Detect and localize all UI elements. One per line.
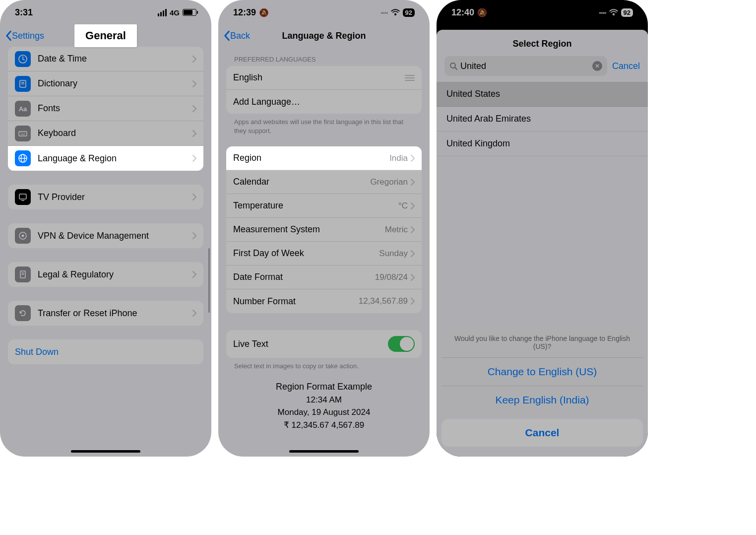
result-united-states[interactable]: United States [437, 82, 648, 107]
row-value: India [389, 153, 408, 163]
back-button[interactable]: Back [223, 30, 250, 41]
row-legal[interactable]: Legal & Regulatory [8, 262, 203, 287]
back-label: Back [230, 31, 250, 41]
row-label: Fonts [38, 103, 192, 114]
row-region[interactable]: RegionIndia [226, 146, 422, 170]
battery-badge: 92 [403, 8, 415, 17]
row-temperature[interactable]: Temperature°C [226, 194, 422, 218]
chevron-right-icon [411, 298, 415, 305]
tv-provider-icon [15, 189, 31, 205]
settings-list-4: Legal & Regulatory [8, 262, 203, 287]
page-title: General [74, 24, 137, 47]
shutdown-list: Shut Down [8, 339, 203, 364]
back-label: Settings [12, 31, 44, 41]
example-time: 12:34 AM [218, 394, 430, 406]
status-right: •••• 92 [599, 8, 633, 17]
row-calendar[interactable]: CalendarGregorian [226, 170, 422, 194]
status-bar: 12:40 🔕 •••• 92 [437, 0, 648, 25]
row-fonts[interactable]: AaFonts [8, 96, 203, 121]
chevron-right-icon [411, 226, 415, 233]
action-sheet-cancel-button[interactable]: Cancel [441, 419, 643, 447]
row-number-format[interactable]: Number Format12,34,567.89 [226, 289, 422, 313]
chevron-right-icon [192, 155, 196, 162]
row-label: TV Provider [38, 192, 192, 202]
nav-bar: Back Language & Region [218, 25, 430, 47]
example-nums: ₹ 12,345.67 4,567.89 [218, 419, 430, 432]
keep-language-button[interactable]: Keep English (India) [441, 386, 643, 414]
dynamic-island-dots: •••• [599, 9, 606, 16]
settings-list-1: Date & TimeDictionaryAaFontsKeyboardLang… [8, 47, 203, 171]
date-time-icon [15, 51, 31, 67]
language-row[interactable]: English [226, 66, 422, 90]
result-uae[interactable]: United Arab Emirates [437, 107, 648, 132]
row-value: °C [398, 201, 408, 211]
live-text-toggle[interactable] [388, 336, 415, 352]
region-format-example: Region Format Example 12:34 AM Monday, 1… [218, 371, 430, 432]
chevron-right-icon [192, 232, 196, 239]
back-button[interactable]: Settings [5, 30, 44, 41]
result-uk[interactable]: United Kingdom [437, 132, 648, 156]
row-first-day[interactable]: First Day of WeekSunday [226, 242, 422, 266]
language-change-action-sheet: Would you like to change the iPhone lang… [441, 328, 643, 447]
silent-icon: 🔕 [259, 8, 269, 17]
change-language-button[interactable]: Change to English (US) [441, 358, 643, 386]
example-date: Monday, 19 August 2024 [218, 406, 430, 419]
search-cancel-button[interactable]: Cancel [612, 61, 640, 71]
add-language-label: Add Language… [233, 97, 415, 107]
network-label: 4G [170, 8, 180, 17]
row-reset[interactable]: Transfer or Reset iPhone [8, 301, 203, 326]
add-language-row[interactable]: Add Language… [226, 90, 422, 114]
region-list: RegionIndiaCalendarGregorianTemperature°… [226, 146, 422, 313]
search-icon [449, 62, 457, 70]
row-label: Calendar [233, 177, 370, 187]
row-label: Language & Region [38, 153, 192, 164]
row-vpn[interactable]: VPN & Device Management [8, 223, 203, 248]
svg-point-16 [22, 235, 24, 237]
search-box[interactable]: ✕ [444, 56, 607, 76]
languages-footer: Apps and websites will use the first lan… [218, 114, 430, 135]
row-keyboard[interactable]: Keyboard [8, 121, 203, 146]
language-label: English [233, 72, 405, 83]
region-results-list: United StatesUnited Arab EmiratesUnited … [437, 82, 648, 156]
status-bar: 12:39 🔕 •••• 92 [218, 0, 430, 25]
row-label: Keyboard [38, 128, 192, 138]
row-date-format[interactable]: Date Format19/08/24 [226, 266, 422, 289]
chevron-right-icon [192, 194, 196, 201]
screen-select-region: 12:40 🔕 •••• 92 Select Region ✕ Cancel U… [437, 0, 648, 457]
row-tv-provider[interactable]: TV Provider [8, 185, 203, 209]
chevron-right-icon [411, 250, 415, 257]
live-text-list: Live Text [226, 330, 422, 358]
chevron-left-icon [5, 30, 12, 41]
chevron-right-icon [411, 155, 415, 162]
row-dictionary[interactable]: Dictionary [8, 71, 203, 96]
chevron-right-icon [192, 310, 196, 317]
silent-icon: 🔕 [477, 8, 487, 17]
scroll-indicator [208, 248, 210, 313]
language-region-icon [15, 150, 31, 166]
chevron-right-icon [411, 179, 415, 186]
drag-icon[interactable] [405, 75, 415, 81]
svg-point-6 [20, 133, 21, 134]
home-indicator [289, 450, 359, 453]
row-label: First Day of Week [233, 248, 379, 259]
shut-down-row[interactable]: Shut Down [8, 339, 203, 364]
reset-icon [15, 305, 31, 321]
row-label: Transfer or Reset iPhone [38, 308, 192, 319]
status-time: 12:39 [233, 7, 256, 18]
vpn-icon [15, 228, 31, 244]
row-measurement[interactable]: Measurement SystemMetric [226, 218, 422, 242]
preferred-languages-header: PREFERRED LANGUAGES [218, 47, 430, 66]
svg-text:Aa: Aa [19, 105, 27, 113]
row-date-time[interactable]: Date & Time [8, 47, 203, 71]
screen-language-region: 12:39 🔕 •••• 92 Back Language & Region P… [218, 0, 430, 457]
prompt-message: Would you like to change the iPhone lang… [441, 328, 643, 358]
screen-general-settings: 3:31 4G Settings General Date & TimeDict… [0, 0, 211, 457]
row-value: Metric [385, 225, 408, 235]
search-input[interactable] [460, 61, 592, 71]
svg-point-7 [22, 133, 23, 134]
row-label: Date Format [233, 272, 375, 282]
live-text-label: Live Text [233, 339, 388, 349]
row-label: Date & Time [38, 54, 192, 64]
row-language-region[interactable]: Language & Region [8, 146, 203, 171]
clear-search-button[interactable]: ✕ [592, 61, 602, 71]
